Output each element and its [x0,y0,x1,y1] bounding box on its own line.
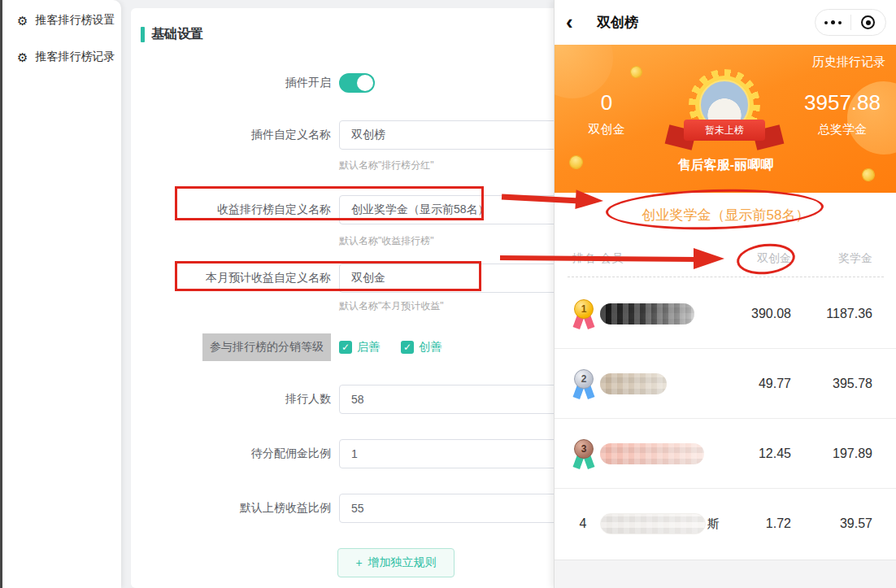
add-rule-button[interactable]: + 增加独立规则 [337,548,455,577]
form-row-distribution-levels: 参与排行榜的分销等级 ✓ 启善 ✓ 创善 [131,332,570,363]
form-row-commission-ratio: 待分配佣金比例 [131,439,570,468]
my-score-stat: 0 双创金 [558,90,655,137]
sidebar-item-ranking-records[interactable]: ⚙ 推客排行榜记录 [2,48,121,66]
not-ranked-badge: 暂未上榜 [684,120,765,141]
scholarship-value: 197.89 [791,446,872,461]
plugin-enabled-toggle[interactable] [339,73,375,93]
my-score-label: 双创金 [558,122,655,137]
settings-card: 基础设置 插件开启 插件自定义名称 默认名称"排行榜分红" 收益排行榜自定义名称… [131,8,570,588]
gear-icon: ⚙ [17,51,28,63]
plus-icon: + [355,556,362,569]
ranking-list: 创业奖学金（显示前58名） 排名 会员 双创金 奖学金 1 390.08 [555,193,896,560]
score-value: 1.72 [723,516,791,531]
miniprogram-capsule [815,9,886,36]
ranking-rows: 1 390.08 1187.36 2 49.77 [555,279,896,559]
level-checkbox-chuangshan[interactable]: ✓ 创善 [401,340,441,355]
history-records-link[interactable]: 历史排行记录 [812,54,885,70]
form-row-rank-count: 排行人数 [131,385,570,414]
close-target-icon[interactable] [851,10,886,35]
window-edge [0,0,2,588]
sidebar-item-ranking-settings[interactable]: ⚙ 推客排行榜设置 [2,11,121,29]
field-label: 默认上榜收益比例 [131,501,331,516]
dashed-divider [568,277,884,277]
medal-silver-icon: 2 [572,369,595,399]
field-helper: 默认名称"排行榜分红" [339,159,434,172]
score-value: 49.77 [723,377,791,391]
sidebar-item-label: 推客排行榜设置 [35,13,115,28]
table-row: 3 12.45 197.89 [555,419,896,489]
field-helper: 默认名称"收益排行榜" [339,234,434,248]
phone-preview: ‹ 双创榜 历史排行记录 0 双创金 3957.88 总奖学金 [554,0,896,588]
annotation-arrow-head [694,248,724,269]
total-scholarship-stat: 3957.88 总奖学金 [794,90,891,137]
medal-gold-icon: 1 [572,299,595,329]
table-row: 1 390.08 1187.36 [555,279,896,349]
checkbox-label: 创善 [419,340,441,355]
score-value: 390.08 [723,307,791,321]
field-label: 插件自定义名称 [131,128,331,142]
gear-icon: ⚙ [17,15,28,27]
total-scholarship-label: 总奖学金 [794,122,891,137]
toggle-knob [357,75,373,91]
section-header: 基础设置 [141,26,203,43]
current-username: 售后客服-丽唧唧 [555,157,896,174]
annotation-arrow-head [575,189,603,211]
back-icon[interactable]: ‹ [566,11,573,33]
page-root: ⚙ 推客排行榜设置 ⚙ 推客排行榜记录 基础设置 插件开启 插件自定义名称 默认… [0,0,896,588]
sidebar: ⚙ 推客排行榜设置 ⚙ 推客排行榜记录 [2,0,121,588]
table-row: 2 49.77 395.78 [555,349,896,419]
annotation-box-month-income-field [175,261,481,291]
my-score-value: 0 [558,90,655,115]
field-label: 排行人数 [131,392,331,407]
phone-header: ‹ 双创榜 [555,0,896,45]
form-row-plugin-name: 插件自定义名称 [131,120,570,150]
section-title: 基础设置 [151,26,203,43]
field-label: 待分配佣金比例 [131,446,331,461]
censored-member-name [600,303,694,324]
field-label: 插件开启 [131,76,331,90]
censored-member-name [600,373,667,394]
sidebar-item-label: 推客排行榜记录 [35,50,115,64]
field-helper: 默认名称"本月预计收益" [339,299,444,313]
checkbox-check-icon: ✓ [401,341,414,354]
form-row-default-income-ratio: 默认上榜收益比例 [131,494,570,523]
checkbox-label: 启善 [357,340,380,355]
censored-member-name [600,513,706,534]
scholarship-value: 1187.36 [791,307,872,321]
section-accent-bar [141,27,145,42]
add-rule-label: 增加独立规则 [368,555,437,570]
more-icon[interactable] [816,10,850,35]
scholarship-value: 395.78 [791,377,872,391]
total-scholarship-value: 3957.88 [794,90,891,115]
ranking-banner: 历史排行记录 0 双创金 3957.88 总奖学金 暂未上榜 售后客服-丽唧唧 [555,45,896,193]
header-scholarship: 奖学金 [791,251,872,266]
annotation-box-revenue-rank-field [175,186,484,220]
phone-page-title: 双创榜 [597,13,638,32]
medal-bronze-icon: 3 [572,439,595,468]
field-label-highlighted: 参与排行榜的分销等级 [202,333,331,361]
member-name-suffix: 斯 [707,516,720,532]
phone-bottom-bar [555,560,896,588]
table-row: 4 斯 1.72 39.57 [555,489,896,559]
level-checkbox-qishan[interactable]: ✓ 启善 [339,340,380,355]
score-value: 12.45 [723,446,791,461]
rank-number: 4 [572,516,594,531]
checkbox-check-icon: ✓ [339,341,352,354]
coin-icon [629,64,644,80]
censored-member-name [600,443,704,464]
form-row-plugin-toggle: 插件开启 [131,72,570,94]
scholarship-value: 39.57 [791,516,872,531]
